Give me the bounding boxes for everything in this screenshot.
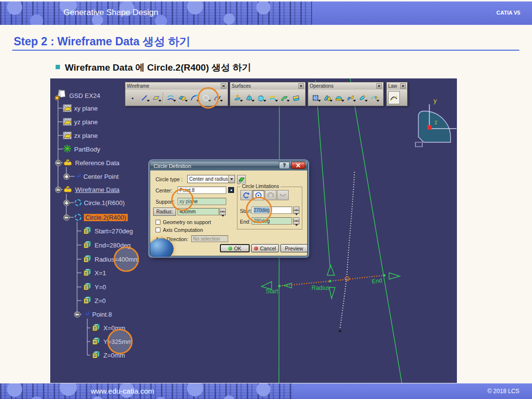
limitation-trimmed-icon[interactable]: [265, 190, 276, 200]
sphere-tool-icon[interactable]: [255, 91, 267, 104]
sketcher-icon[interactable]: [237, 175, 246, 184]
tree-item-label: Wireframe Data: [75, 186, 119, 193]
limitation-complementary-icon[interactable]: [277, 190, 289, 200]
cancel-button[interactable]: Cancel: [251, 244, 279, 252]
toolbar-separator: [163, 92, 164, 104]
surfaces-toolbar-titlebar[interactable]: Surfaces: [230, 82, 305, 90]
tree-expand-handle-circle2[interactable]: [63, 214, 70, 221]
end-manipulator-arrow[interactable]: [389, 273, 400, 279]
tree-item-circle1[interactable]: Circle.1(R600): [75, 198, 125, 208]
chevron-down-icon[interactable]: [228, 175, 235, 183]
tree-item-yz-plane[interactable]: yz plane: [63, 117, 98, 127]
axis-computation-checkbox[interactable]: Axis Computation: [156, 227, 203, 233]
checkbox-icon[interactable]: [156, 220, 160, 225]
tree-item-start-param[interactable]: Start=270deg: [82, 226, 133, 236]
fillet-tool-icon[interactable]: [333, 91, 345, 104]
tree-item-root[interactable]: GSD EX24: [54, 91, 100, 100]
extrude-tool-icon[interactable]: [232, 91, 243, 104]
tree-expand-handle-point8[interactable]: [74, 311, 80, 318]
tree-item-center-point[interactable]: Center Point: [75, 171, 118, 181]
cancel-icon: [254, 247, 258, 250]
plane-icon: [63, 132, 72, 139]
tree-item-zx-plane[interactable]: zx plane: [63, 131, 98, 140]
parameter-cube-icon: [82, 240, 92, 250]
checkbox-icon[interactable]: [156, 228, 160, 232]
checkbox-label: Geometry on support: [163, 219, 211, 225]
tree-item-label: Z=0: [95, 297, 106, 304]
tree-item-xy-plane[interactable]: xy plane: [63, 103, 98, 113]
geometry-on-support-checkbox[interactable]: Geometry on support: [156, 219, 211, 225]
circle2-preview-arc[interactable]: [278, 274, 385, 287]
dialog-titlebar[interactable]: Circle Definition ?: [150, 161, 307, 171]
help-icon[interactable]: ?: [279, 162, 290, 169]
toolbar-title: Surfaces: [232, 83, 251, 89]
title-underline: [12, 50, 519, 51]
extrapolate-tool-icon[interactable]: [368, 91, 380, 104]
axis-z-label: z: [434, 119, 437, 126]
circle-icon: [75, 214, 81, 221]
tree-item-y-param[interactable]: Y=0: [82, 282, 106, 292]
circle1-dotted-curve[interactable]: [339, 172, 355, 332]
brand-label: CATIA V5: [496, 10, 520, 16]
revolve-tool-icon[interactable]: [243, 91, 255, 104]
viewport-3d[interactable]: Start Radius End y z GSD EX24 xy plane y…: [50, 78, 457, 383]
extract-tool-icon[interactable]: [356, 91, 368, 104]
radius-button[interactable]: Radius:: [153, 208, 176, 216]
close-icon[interactable]: [221, 83, 226, 89]
close-icon[interactable]: [376, 83, 382, 89]
split-tool-icon[interactable]: [321, 91, 333, 104]
intersection-tool-icon[interactable]: [177, 91, 188, 104]
close-icon[interactable]: [298, 83, 304, 89]
tree-item-circle2[interactable]: Circle.2(R400): [75, 212, 128, 222]
axis-direction-field[interactable]: No selection: [191, 235, 228, 242]
close-icon[interactable]: [291, 162, 305, 169]
page-title: Step 2 : Wireframe Data 생성 하기: [14, 34, 191, 49]
tree-item-partbody[interactable]: PartBody: [63, 144, 100, 154]
limitation-arc-icon[interactable]: [240, 190, 252, 200]
projection-tool-icon[interactable]: [165, 91, 177, 104]
tree-item-point8[interactable]: Point.8: [83, 309, 112, 319]
start-angle-stepper[interactable]: [293, 207, 299, 214]
circle-type-value: Center and radius: [188, 176, 228, 182]
tree-item-x-param[interactable]: X=1: [82, 268, 106, 278]
parameter-cube-icon: [82, 254, 92, 265]
tree-item-label: Circle.2(R400): [84, 214, 128, 221]
offset-surface-tool-icon[interactable]: [267, 91, 278, 104]
axis-y-label: y: [433, 97, 437, 104]
context-menu-icon[interactable]: [228, 187, 234, 193]
tree-expand-handle-reference-data[interactable]: [55, 160, 61, 166]
tree-expand-handle-circle1[interactable]: [63, 200, 70, 206]
footer-site-link[interactable]: www.edu-catia.com: [91, 387, 154, 395]
end-label: End: [371, 277, 382, 285]
law-toolbar-titlebar[interactable]: Law: [387, 82, 407, 90]
join-tool-icon[interactable]: [310, 91, 321, 104]
rotate-tool-icon[interactable]: [345, 91, 356, 104]
start-label: Start: [266, 288, 278, 295]
plane-tool-icon[interactable]: [150, 91, 162, 104]
radius-stepper[interactable]: [219, 208, 226, 215]
tree-item-label: yz plane: [74, 118, 98, 126]
tree-item-z-param[interactable]: Z=0: [82, 296, 106, 305]
tree-item-reference-data[interactable]: Reference Data: [63, 158, 119, 168]
line-tool-icon[interactable]: [138, 91, 150, 104]
tree-item-label: xy plane: [74, 105, 98, 112]
footer-copyright: © 2018 LCS: [487, 388, 519, 395]
point-tool-icon[interactable]: [127, 91, 138, 104]
parameter-cube-icon: [91, 323, 101, 333]
tree-item-label: GSD EX24: [69, 92, 100, 99]
law-tool-icon[interactable]: [388, 91, 400, 104]
tree-expand-handle-wireframe-data[interactable]: [55, 187, 61, 193]
parameter-cube-icon: [91, 337, 101, 347]
tree-item-wireframe-data[interactable]: Wireframe Data: [63, 185, 119, 194]
close-icon[interactable]: [400, 83, 406, 89]
end-angle-stepper[interactable]: [293, 217, 299, 225]
operations-toolbar-titlebar[interactable]: Operations: [308, 82, 383, 90]
sweep-tool-icon[interactable]: [278, 91, 290, 104]
tree-expand-handle-center-point[interactable]: [63, 173, 70, 180]
preview-button[interactable]: Preview: [280, 244, 308, 252]
circle-type-select[interactable]: Center and radius: [187, 175, 235, 183]
compass-origin-marker: [427, 125, 432, 130]
ok-button[interactable]: OK: [220, 244, 250, 252]
axis-compass[interactable]: y z: [415, 97, 456, 147]
blend-tool-icon[interactable]: [290, 91, 302, 104]
